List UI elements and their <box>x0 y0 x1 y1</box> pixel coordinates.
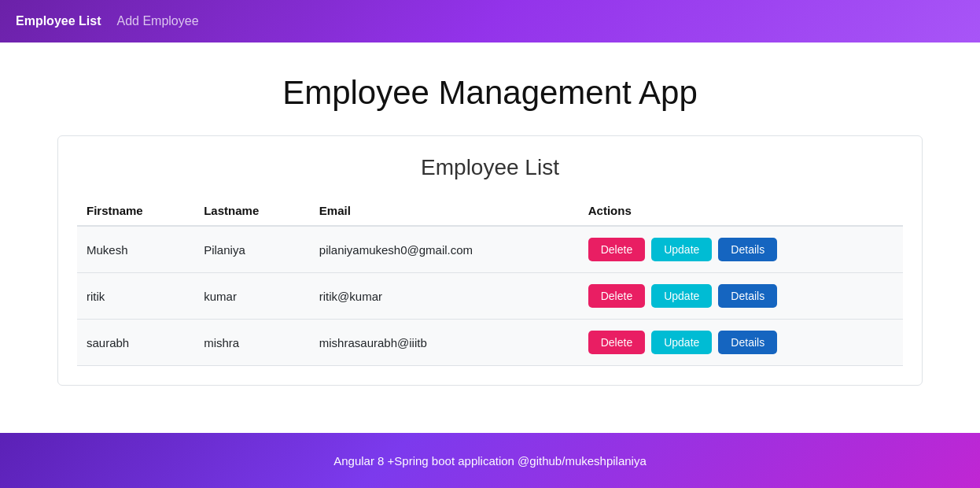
delete-button-1[interactable]: Delete <box>588 284 645 308</box>
cell-firstname: ritik <box>77 273 194 320</box>
col-header-actions: Actions <box>579 196 903 226</box>
cell-lastname: mishra <box>194 320 310 366</box>
cell-email: ritik@kumar <box>310 273 579 320</box>
table-row: saurabhmishramishrasaurabh@iiitbDeleteUp… <box>77 320 903 366</box>
employee-card: Employee List Firstname Lastname Email A… <box>57 135 923 386</box>
col-header-lastname: Lastname <box>194 196 310 226</box>
main-content: Employee Management App Employee List Fi… <box>0 43 980 433</box>
employee-table: Firstname Lastname Email Actions MukeshP… <box>77 196 903 366</box>
cell-lastname: Pilaniya <box>194 226 310 273</box>
delete-button-0[interactable]: Delete <box>588 238 645 261</box>
table-row: ritikkumarritik@kumarDeleteUpdateDetails <box>77 273 903 320</box>
footer: Angular 8 +Spring boot application @gith… <box>0 433 980 488</box>
delete-button-2[interactable]: Delete <box>588 331 645 354</box>
cell-email: pilaniyamukesh0@gmail.com <box>310 226 579 273</box>
actions-container: DeleteUpdateDetails <box>588 284 893 308</box>
table-row: MukeshPilaniyapilaniyamukesh0@gmail.comD… <box>77 226 903 273</box>
card-title: Employee List <box>77 155 903 180</box>
actions-container: DeleteUpdateDetails <box>588 238 893 261</box>
details-button-1[interactable]: Details <box>718 284 777 308</box>
navbar: Employee List Add Employee <box>0 0 980 43</box>
nav-add-employee[interactable]: Add Employee <box>116 11 198 31</box>
footer-text: Angular 8 +Spring boot application @gith… <box>333 454 647 468</box>
update-button-2[interactable]: Update <box>651 331 712 354</box>
cell-actions: DeleteUpdateDetails <box>579 273 903 320</box>
table-header-row: Firstname Lastname Email Actions <box>77 196 903 226</box>
page-title: Employee Management App <box>47 74 933 112</box>
cell-firstname: saurabh <box>77 320 194 366</box>
actions-container: DeleteUpdateDetails <box>588 331 893 354</box>
col-header-firstname: Firstname <box>77 196 194 226</box>
details-button-2[interactable]: Details <box>718 331 777 354</box>
cell-firstname: Mukesh <box>77 226 194 273</box>
cell-lastname: kumar <box>194 273 310 320</box>
cell-actions: DeleteUpdateDetails <box>579 226 903 273</box>
nav-employee-list[interactable]: Employee List <box>16 11 101 31</box>
details-button-0[interactable]: Details <box>718 238 777 261</box>
cell-actions: DeleteUpdateDetails <box>579 320 903 366</box>
update-button-0[interactable]: Update <box>651 238 712 261</box>
col-header-email: Email <box>310 196 579 226</box>
update-button-1[interactable]: Update <box>651 284 712 308</box>
cell-email: mishrasaurabh@iiitb <box>310 320 579 366</box>
